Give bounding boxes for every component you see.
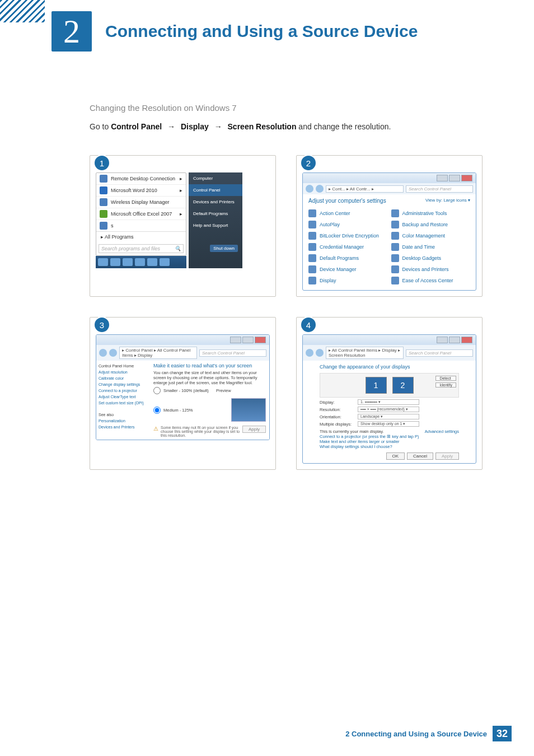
taskbar: [96, 256, 186, 268]
start-right-item-control-panel[interactable]: Control Panel: [189, 184, 242, 196]
cp-item[interactable]: Date and Time: [391, 242, 471, 252]
step-badge-1: 1: [93, 155, 110, 171]
search-input[interactable]: Search Control Panel: [406, 349, 473, 357]
page-number: 32: [493, 726, 512, 741]
cp-item[interactable]: AutoPlay: [308, 220, 388, 230]
ok-button[interactable]: OK: [386, 452, 405, 460]
arrow-icon: →: [214, 122, 222, 131]
start-item[interactable]: Microsoft Office Excel 2007: [111, 211, 172, 217]
forward-button[interactable]: [316, 349, 324, 357]
start-item[interactable]: s: [111, 223, 114, 228]
sidebar-link[interactable]: Adjust ClearType text: [99, 394, 150, 400]
min-button[interactable]: [437, 337, 448, 343]
radio-medium[interactable]: [153, 407, 161, 414]
sidebar-link[interactable]: Change display settings: [99, 381, 150, 388]
search-input[interactable]: Search Control Panel: [406, 185, 473, 193]
label-resolution: Resolution:: [320, 407, 353, 412]
instr-prefix: Go to: [90, 122, 111, 131]
radio-smaller[interactable]: [153, 387, 161, 394]
close-button[interactable]: [461, 175, 472, 181]
start-item[interactable]: Remote Desktop Connection: [111, 176, 175, 181]
cp-item[interactable]: Action Center: [308, 208, 388, 218]
see-also: See also: [99, 412, 150, 418]
search-input[interactable]: Search Control Panel: [199, 349, 266, 357]
cp-item[interactable]: Desktop Gadgets: [391, 253, 471, 263]
cp-item[interactable]: Default Programs: [308, 253, 388, 263]
sidebar-link[interactable]: Set custom text size (DPI): [99, 400, 150, 406]
chapter-header: 2 Connecting and Using a Source Device: [0, 0, 534, 58]
text-size-link[interactable]: Make text and other items larger or smal…: [320, 439, 400, 444]
min-button[interactable]: [437, 175, 448, 181]
back-button[interactable]: [306, 349, 313, 357]
search-programs-input[interactable]: Search programs and files🔍: [99, 244, 184, 253]
back-button[interactable]: [306, 185, 313, 193]
start-right-item[interactable]: Help and Support: [189, 220, 242, 231]
cp-item[interactable]: BitLocker Drive Encryption: [308, 231, 388, 241]
view-by[interactable]: View by: Large icons ▾: [425, 198, 470, 204]
which-settings-link[interactable]: What display settings should I choose?: [320, 444, 392, 449]
section-subheading: Changing the Resolution on Windows 7: [90, 103, 483, 113]
sidebar-link[interactable]: Devices and Printers: [99, 424, 150, 430]
connect-projector-link[interactable]: Connect to a projector (or press the ⊞ k…: [320, 434, 419, 439]
resolution-select[interactable]: •••• × •••• (recommended) ▾: [358, 407, 419, 412]
arrow-icon: →: [167, 122, 175, 131]
advanced-settings-link[interactable]: Advanced settings: [425, 429, 459, 434]
forward-button[interactable]: [109, 349, 117, 357]
back-button[interactable]: [99, 349, 107, 357]
cp-home[interactable]: Control Panel Home: [99, 363, 150, 369]
max-button[interactable]: [242, 337, 254, 343]
breadcrumb[interactable]: ▸ All Control Panel Items ▸ Display ▸ Sc…: [326, 347, 404, 359]
sidebar-link[interactable]: Adjust resolution: [99, 369, 150, 375]
display-sidebar: Control Panel Home Adjust resolution Cal…: [96, 361, 152, 432]
close-button[interactable]: [461, 337, 472, 343]
sidebar-link[interactable]: Personalization: [99, 418, 150, 424]
min-button[interactable]: [230, 337, 241, 343]
step-badge-4: 4: [300, 316, 317, 333]
start-right-item[interactable]: Computer: [189, 172, 242, 184]
page-footer: 2 Connecting and Using a Source Device 3…: [345, 726, 512, 741]
start-item[interactable]: Microsoft Word 2010: [111, 188, 157, 193]
window-titlebar: [303, 173, 476, 183]
step-badge-2: 2: [300, 155, 317, 171]
start-right-item[interactable]: Devices and Printers: [189, 196, 242, 208]
cp-item[interactable]: Color Management: [391, 231, 471, 241]
cp-item[interactable]: Devices and Printers: [391, 264, 471, 274]
preview-thumb: [231, 398, 266, 422]
preview-label: Preview: [216, 388, 231, 393]
cp-item[interactable]: Administrative Tools: [391, 208, 471, 218]
max-button[interactable]: [449, 175, 460, 181]
max-button[interactable]: [449, 337, 460, 343]
orientation-select[interactable]: Landscape ▾: [358, 414, 419, 419]
instruction-text: Go to Control Panel → Display → Screen R…: [90, 120, 483, 133]
display-select[interactable]: 1. ••••••••• ▾: [358, 399, 419, 405]
monitor-1[interactable]: 1: [366, 377, 387, 394]
path-control-panel: Control Panel: [111, 122, 162, 131]
close-button[interactable]: [255, 337, 266, 343]
shutdown-button[interactable]: Shut down: [210, 245, 238, 252]
cp-item[interactable]: Credential Manager: [308, 242, 388, 252]
start-item[interactable]: Wireless Display Manager: [111, 199, 170, 205]
apply-button[interactable]: Apply: [242, 426, 266, 433]
multiple-select[interactable]: Show desktop only on 1 ▾: [358, 421, 419, 427]
chapter-title: Connecting and Using a Source Device: [105, 22, 418, 41]
cancel-button[interactable]: Cancel: [407, 452, 433, 460]
forward-button[interactable]: [316, 185, 324, 193]
cp-item[interactable]: Device Manager: [308, 264, 388, 274]
cp-item[interactable]: Backup and Restore: [391, 220, 471, 230]
main-display-note: This is currently your main display.: [320, 429, 383, 434]
sidebar-link[interactable]: Calibrate color: [99, 375, 150, 381]
identify-button[interactable]: Identify: [435, 382, 456, 388]
monitor-2[interactable]: 2: [392, 377, 414, 394]
breadcrumb[interactable]: ▸ Control Panel ▸ All Control Panel Item…: [119, 347, 197, 359]
cp-item-display[interactable]: Display: [308, 276, 388, 286]
breadcrumb[interactable]: ▸ Cont... ▸ All Contr... ▸: [326, 185, 404, 193]
sidebar-link[interactable]: Connect to a projector: [99, 388, 150, 394]
monitor-diagram: 1 2 DetectIdentify: [320, 373, 459, 398]
cp-item[interactable]: Ease of Access Center: [391, 276, 471, 286]
start-right-item[interactable]: Default Programs: [189, 208, 242, 220]
detect-button[interactable]: Detect: [435, 376, 456, 381]
all-programs[interactable]: All Programs: [105, 234, 134, 240]
display-desc: You can change the size of text and othe…: [153, 370, 266, 385]
apply-button[interactable]: Apply: [435, 452, 459, 460]
figure-2-control-panel: 2 ▸ Cont... ▸ All Contr... ▸ Search Cont…: [296, 155, 483, 297]
